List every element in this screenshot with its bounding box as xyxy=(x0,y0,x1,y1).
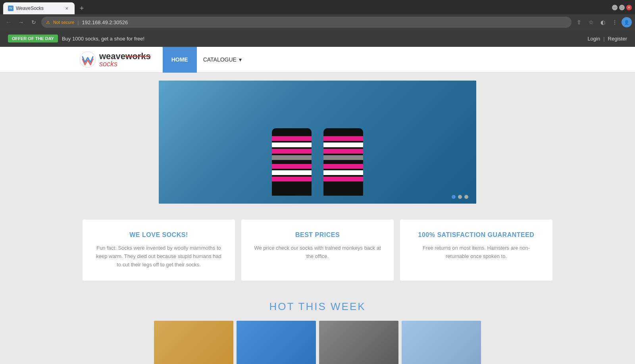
hot-section: HOT THIS WEEK xyxy=(0,289,635,364)
carousel-background xyxy=(159,81,476,204)
tab-close-button[interactable]: ✕ xyxy=(64,5,70,12)
feature-title-2: BEST PRICES xyxy=(253,231,382,239)
close-button[interactable]: ✕ xyxy=(626,5,632,10)
feature-card-3: 100% SATISFACTION GUARANTEED Free return… xyxy=(400,220,552,281)
hot-item-4[interactable] xyxy=(402,321,481,364)
offer-text: Buy 1000 socks, get a shoe for free! xyxy=(62,36,144,42)
bookmark-button[interactable]: ☆ xyxy=(586,17,596,27)
stripe-5 xyxy=(272,164,312,169)
forward-button[interactable]: → xyxy=(16,17,26,27)
nav-catalogue[interactable]: CATALOGUE ▾ xyxy=(197,47,248,73)
feature-title-1: WE LOVE SOCKS! xyxy=(94,231,223,239)
feature-section: WE LOVE SOCKS! Fun fact: Socks were inve… xyxy=(0,212,635,289)
offer-badge: OFFER OF THE DAY xyxy=(8,35,58,42)
main-nav: weaveworks socks HOME CATALOGUE ▾ xyxy=(0,47,635,73)
logo-works: works xyxy=(125,51,151,61)
logo-text: weaveworks socks xyxy=(99,51,151,68)
hot-item-3[interactable] xyxy=(319,321,398,364)
auth-links: Login | Register xyxy=(587,36,627,42)
stripe-7 xyxy=(272,177,312,181)
logo-weave: weave xyxy=(99,51,125,61)
register-link[interactable]: Register xyxy=(608,36,627,42)
security-icon: ⚠ xyxy=(46,20,50,25)
login-link[interactable]: Login xyxy=(587,36,600,42)
carousel-image xyxy=(159,81,476,204)
minimize-button[interactable]: — xyxy=(612,5,618,10)
hot-items xyxy=(79,321,556,364)
stripe-r1 xyxy=(323,136,363,141)
page-content: OFFER OF THE DAY Buy 1000 socks, get a s… xyxy=(0,30,635,364)
stripe-1 xyxy=(272,136,312,141)
feature-title-3: 100% SATISFACTION GUARANTEED xyxy=(412,231,541,239)
refresh-button[interactable]: ↻ xyxy=(29,17,39,27)
stripe-3 xyxy=(272,149,312,154)
feature-text-3: Free returns on most items. Hamsters are… xyxy=(412,244,541,261)
stripe-r7 xyxy=(323,177,363,181)
active-tab[interactable]: W WeaveSocks ✕ xyxy=(3,2,75,14)
tab-favicon: W xyxy=(8,6,13,11)
sock-right xyxy=(323,128,363,196)
tab-bar: W WeaveSocks ✕ + — □ ✕ xyxy=(0,0,635,14)
security-text: Not secure xyxy=(53,20,74,25)
logo-area: weaveworks socks xyxy=(79,51,151,68)
stripe-r3 xyxy=(323,149,363,154)
auth-separator: | xyxy=(603,36,604,42)
catalogue-dropdown-icon: ▾ xyxy=(239,56,242,63)
feature-card-1: WE LOVE SOCKS! Fun fact: Socks were inve… xyxy=(83,220,235,281)
address-divider: | xyxy=(77,19,79,25)
tab-title: WeaveSocks xyxy=(16,6,44,11)
carousel-dot-1[interactable] xyxy=(452,195,456,199)
hero-section xyxy=(0,73,635,212)
carousel-dot-2[interactable] xyxy=(458,195,462,199)
stripe-r5 xyxy=(323,164,363,169)
stripe-r6 xyxy=(323,170,363,175)
address-bar[interactable]: ⚠ Not secure | 192.168.49.2:30526 xyxy=(41,17,572,28)
extension-button[interactable]: ◐ xyxy=(598,17,608,27)
catalogue-label: CATALOGUE xyxy=(203,56,237,63)
logo-icon xyxy=(79,51,96,68)
feature-text-2: We price check our socks with trained mo… xyxy=(253,244,382,261)
browser-toolbar: ← → ↻ ⚠ Not secure | 192.168.49.2:30526 … xyxy=(0,14,635,30)
carousel-dots xyxy=(452,195,468,199)
hot-item-2[interactable] xyxy=(237,321,316,364)
maximize-button[interactable]: □ xyxy=(619,5,625,10)
feature-text-1: Fun fact: Socks were invented by woolly … xyxy=(94,244,223,269)
sock-left xyxy=(272,128,312,196)
carousel-dot-3[interactable] xyxy=(464,195,468,199)
stripe-4 xyxy=(272,155,312,160)
share-button[interactable]: ⇧ xyxy=(574,17,584,27)
window-controls: — □ ✕ xyxy=(612,5,632,12)
nav-items: HOME CATALOGUE ▾ xyxy=(163,47,248,73)
address-url: 192.168.49.2:30526 xyxy=(82,19,128,25)
stripe-r2 xyxy=(323,143,363,147)
toolbar-right: ⇧ ☆ ◐ ⋮ 👤 xyxy=(574,17,632,27)
stripe-2 xyxy=(272,143,312,147)
carousel xyxy=(159,81,476,204)
socks-visual xyxy=(248,100,387,204)
notification-bar: OFFER OF THE DAY Buy 1000 socks, get a s… xyxy=(0,30,635,47)
feature-card-2: BEST PRICES We price check our socks wit… xyxy=(241,220,394,281)
new-tab-button[interactable]: + xyxy=(76,3,87,14)
stripe-r4 xyxy=(323,155,363,160)
browser-menu-button[interactable]: ⋮ xyxy=(610,17,620,27)
stripe-6 xyxy=(272,170,312,175)
hot-title: HOT THIS WEEK xyxy=(79,300,556,313)
nav-home[interactable]: HOME xyxy=(163,47,197,73)
back-button[interactable]: ← xyxy=(3,17,13,27)
browser-chrome: W WeaveSocks ✕ + — □ ✕ ← → ↻ ⚠ Not secur… xyxy=(0,0,635,30)
profile-button[interactable]: 👤 xyxy=(622,17,632,27)
hot-item-1[interactable] xyxy=(154,321,233,364)
